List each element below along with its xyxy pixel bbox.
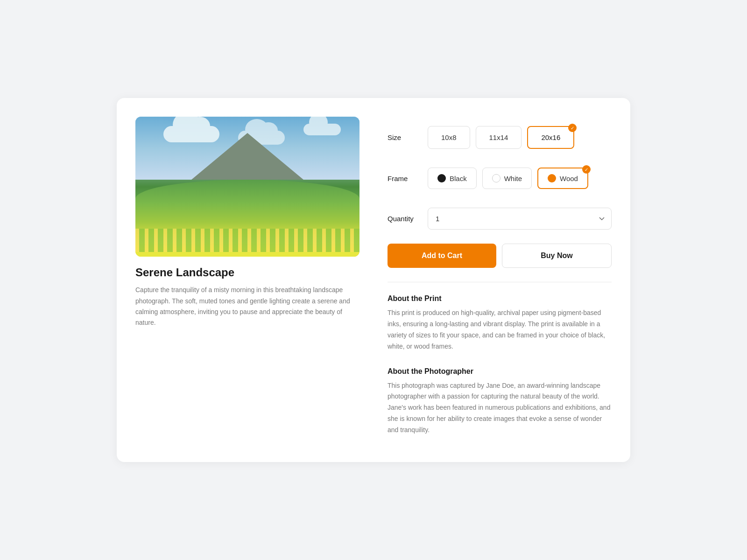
white-dot [492,174,500,182]
frame-check-badge: ✓ [582,165,591,174]
size-20x16[interactable]: 20x16 ✓ [527,126,574,149]
about-print-title: About the Print [388,294,612,303]
hills [135,180,359,257]
frame-black-label: Black [450,175,467,182]
about-photographer-section: About the Photographer This photograph w… [388,360,612,443]
about-print-text: This print is produced on high-quality, … [388,308,612,352]
action-row: Add to Cart Buy Now [388,239,612,277]
size-options: 10x8 11x14 20x16 ✓ [428,126,574,149]
quantity-label: Quantity [388,215,420,223]
flowers [135,229,359,252]
cloud-3 [303,124,341,135]
frame-wood-label: Wood [560,175,578,182]
size-10x8[interactable]: 10x8 [428,126,470,149]
quantity-row: Quantity 1 2 3 4 5 [388,198,612,239]
black-dot [437,174,446,182]
frame-wood[interactable]: Wood ✓ [537,168,588,189]
product-image [135,117,359,257]
mountain-1 [191,133,303,180]
product-title: Serene Landscape [135,266,359,279]
frame-options: Black White Wood ✓ [428,168,588,189]
quantity-select[interactable]: 1 2 3 4 5 [428,208,612,230]
right-panel: Size 10x8 11x14 20x16 ✓ Frame Black [388,117,612,443]
frame-black[interactable]: Black [428,168,477,189]
frame-row: Frame Black White Wood ✓ [388,158,612,198]
size-row: Size 10x8 11x14 20x16 ✓ [388,117,612,158]
frame-white[interactable]: White [482,168,532,189]
left-panel: Serene Landscape Capture the tranquility… [135,117,359,443]
buy-now-button[interactable]: Buy Now [502,244,612,268]
product-description: Capture the tranquility of a misty morni… [135,285,359,328]
divider-1 [388,282,612,282]
size-check-badge: ✓ [568,124,577,132]
about-print-section: About the Print This print is produced o… [388,287,612,359]
wood-dot [548,174,556,182]
frame-white-label: White [504,175,522,182]
size-label: Size [388,133,420,141]
frame-label: Frame [388,175,420,182]
add-to-cart-button[interactable]: Add to Cart [388,244,496,268]
about-photographer-title: About the Photographer [388,367,612,376]
about-photographer-text: This photograph was captured by Jane Doe… [388,380,612,436]
product-card: Serene Landscape Capture the tranquility… [117,98,630,462]
size-11x14[interactable]: 11x14 [476,126,522,149]
